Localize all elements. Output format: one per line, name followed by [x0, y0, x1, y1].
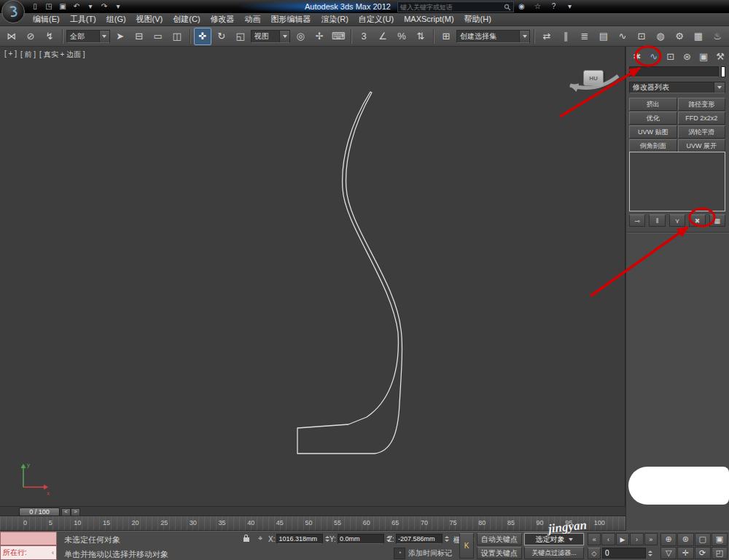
viewport-front[interactable]: [ + ] [ 前 ] [ 真实 + 边面 ] x y HU — [0, 47, 625, 506]
schematic-view-icon[interactable]: ⊡ — [633, 28, 650, 45]
object-name-field[interactable] — [629, 66, 719, 77]
next-frame-icon[interactable]: › — [630, 533, 643, 545]
z-coordinate-field[interactable] — [396, 534, 443, 544]
zoom-all-icon[interactable]: ⊛ — [677, 533, 693, 546]
tab-create[interactable]: ✱ — [630, 49, 644, 63]
next-frame-button[interactable]: > — [71, 508, 80, 516]
key-filters-button[interactable]: 关键点过滤器... — [524, 547, 584, 559]
previous-frame-button[interactable]: < — [61, 508, 71, 516]
snap-toggle-3d-icon[interactable]: 3 — [355, 28, 373, 45]
modifier-preset-button[interactable]: FFD 2x2x2 — [678, 112, 726, 125]
menu-item[interactable]: 编辑(E) — [28, 13, 65, 26]
menu-item[interactable]: 渲染(R) — [316, 13, 354, 26]
unlink-selection-icon[interactable]: ⊘ — [22, 28, 39, 45]
auto-key-button[interactable]: 自动关键点 — [477, 533, 522, 545]
tab-motion[interactable]: ⊛ — [679, 49, 694, 63]
select-object-icon[interactable]: ➤ — [112, 28, 129, 45]
viewport-pov-menu[interactable]: [ 前 ] — [20, 50, 36, 60]
zoom-icon[interactable]: ⊕ — [660, 533, 677, 546]
go-to-start-icon[interactable]: « — [588, 533, 601, 545]
modifier-preset-button[interactable]: 路径变形 — [678, 98, 726, 111]
viewport-shading-menu[interactable]: [ 真实 + 边面 ] — [39, 50, 85, 60]
track-bar[interactable]: 0510152025303540455055606570758085909510… — [0, 516, 625, 531]
select-and-rotate-icon[interactable]: ↻ — [213, 28, 230, 45]
render-setup-icon[interactable]: ⚙ — [671, 28, 688, 45]
material-editor-icon[interactable]: ◍ — [652, 28, 669, 45]
menu-item[interactable]: 图形编辑器 — [266, 13, 316, 26]
select-and-scale-icon[interactable]: ◱ — [232, 28, 249, 45]
frame-spinner[interactable] — [647, 548, 653, 558]
ribbon-toggle-icon[interactable]: ▤ — [595, 28, 612, 45]
viewport-general-menu[interactable]: [ + ] — [4, 50, 17, 60]
absolute-mode-icon[interactable]: ⌖ — [254, 533, 266, 544]
modifier-preset-button[interactable]: UVW 展开 — [678, 139, 726, 152]
reference-coordinate-dropdown[interactable]: 视图 — [251, 30, 290, 43]
maxscript-macro-recorder[interactable] — [0, 532, 57, 545]
new-scene-icon[interactable]: ▯ — [29, 1, 41, 12]
communication-center-icon[interactable]: ◉ — [516, 1, 527, 12]
use-pivot-center-icon[interactable]: ◎ — [292, 28, 309, 45]
undo-caret-icon[interactable]: ▾ — [85, 1, 96, 12]
menu-item[interactable]: MAXScript(M) — [399, 13, 459, 26]
configure-modifier-sets-icon[interactable]: ▦ — [709, 214, 725, 227]
tab-modify[interactable]: ∿ — [647, 49, 661, 63]
selection-filter-dropdown[interactable]: 全部 — [66, 30, 110, 43]
menu-item[interactable]: 动画 — [240, 13, 266, 26]
modifier-list-dropdown[interactable]: 修改器列表 — [629, 82, 725, 93]
favorites-icon[interactable]: ☆ — [532, 1, 543, 12]
zoom-extents-icon[interactable]: ▢ — [695, 533, 711, 546]
modifier-preset-button[interactable]: UVW 贴图 — [629, 125, 677, 139]
scene-canvas[interactable] — [0, 47, 625, 506]
key-mode-toggle-icon[interactable]: ◇ — [588, 548, 601, 559]
field-of-view-icon[interactable]: ▽ — [660, 547, 677, 560]
curve-editor-icon[interactable]: ∿ — [614, 28, 631, 45]
zoom-extents-all-icon[interactable]: ▣ — [712, 533, 728, 546]
remove-modifier-icon[interactable]: ✖ — [689, 214, 705, 227]
help-icon[interactable]: ? — [548, 1, 559, 12]
select-and-manipulate-icon[interactable]: ✢ — [311, 28, 328, 45]
infocenter-caret-icon[interactable]: ▾ — [564, 1, 575, 12]
tab-hierarchy[interactable]: ⊡ — [663, 49, 678, 63]
modifier-preset-button[interactable]: 倒角剖面 — [629, 139, 677, 152]
align-icon[interactable]: ∥ — [557, 28, 574, 45]
set-keys-button[interactable]: K — [459, 533, 474, 559]
x-coordinate-field[interactable] — [276, 534, 323, 544]
percent-snap-icon[interactable]: % — [393, 28, 410, 45]
listener-caret-icon[interactable]: ‹ — [52, 549, 54, 556]
menu-item[interactable]: 视图(V) — [131, 13, 168, 26]
menu-item[interactable]: 修改器 — [206, 13, 240, 26]
make-unique-icon[interactable]: ⋎ — [669, 214, 685, 227]
add-time-tag[interactable]: ◔ 添加时间标记 — [394, 548, 452, 559]
modifier-preset-button[interactable]: 涡轮平滑 — [678, 125, 726, 139]
set-key-button[interactable]: 设置关键点 — [477, 547, 522, 559]
spline-profile-shape[interactable] — [297, 92, 402, 454]
time-slider-handle[interactable]: 0 / 100 — [19, 508, 60, 516]
z-spinner[interactable] — [444, 534, 450, 544]
pin-stack-icon[interactable]: ⊸ — [629, 214, 645, 227]
go-to-end-icon[interactable]: » — [644, 533, 658, 545]
render-frame-icon[interactable]: ▦ — [690, 28, 707, 45]
undo-icon[interactable]: ↶ — [71, 1, 82, 12]
modifier-stack-list[interactable] — [629, 152, 725, 211]
redo-caret-icon[interactable]: ▾ — [112, 1, 124, 12]
keyboard-override-icon[interactable]: ⌨ — [330, 28, 347, 45]
pan-icon[interactable]: ✛ — [677, 547, 693, 560]
angle-snap-icon[interactable]: ∠ — [374, 28, 391, 45]
menu-item[interactable]: 组(G) — [101, 13, 131, 26]
modifier-preset-button[interactable]: 挤出 — [629, 98, 677, 111]
tab-utilities[interactable]: ⚒ — [713, 49, 728, 63]
window-crossing-icon[interactable]: ◫ — [168, 28, 186, 45]
maximize-viewport-icon[interactable]: ◰ — [712, 547, 728, 560]
rect-selection-region-icon[interactable]: ▭ — [149, 28, 167, 45]
orbit-icon[interactable]: ⟳ — [695, 547, 711, 560]
edit-named-sets-icon[interactable]: ⊞ — [437, 28, 455, 45]
menu-item[interactable]: 工具(T) — [65, 13, 101, 26]
bind-to-spacewarp-icon[interactable]: ↯ — [41, 28, 58, 45]
select-by-name-icon[interactable]: ⊟ — [130, 28, 148, 45]
current-frame-field[interactable] — [602, 548, 646, 559]
layer-manager-icon[interactable]: ≣ — [576, 28, 593, 45]
menu-item[interactable]: 创建(C) — [168, 13, 205, 26]
open-file-icon[interactable]: ◳ — [43, 1, 55, 12]
mirror-icon[interactable]: ⇄ — [538, 28, 555, 45]
redo-icon[interactable]: ↷ — [98, 1, 110, 12]
